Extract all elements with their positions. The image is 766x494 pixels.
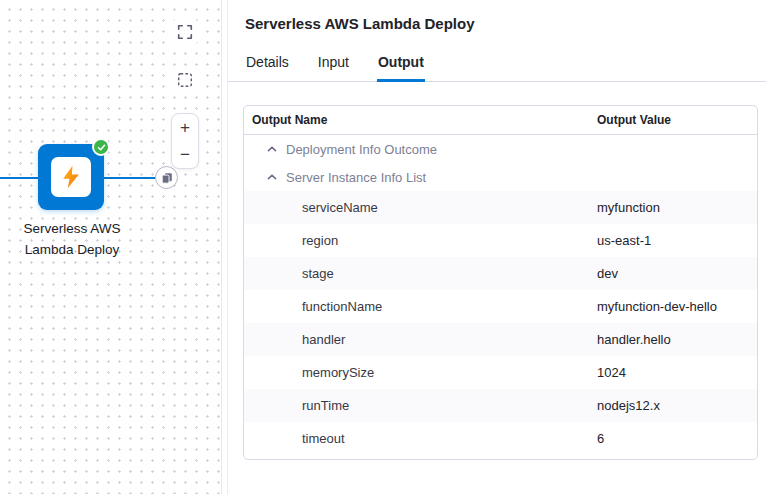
zoom-out-button[interactable]: − bbox=[172, 141, 198, 168]
column-header-output-value: Output Value bbox=[597, 113, 757, 127]
edge-line-right bbox=[104, 177, 156, 179]
table-row: timeout 6 bbox=[244, 422, 757, 455]
table-row: runTime nodejs12.x bbox=[244, 389, 757, 422]
chevron-up-icon[interactable] bbox=[266, 143, 278, 155]
tab-details[interactable]: Details bbox=[245, 54, 290, 82]
edge-line-left bbox=[0, 177, 38, 179]
group-label: Deployment Info Outcome bbox=[286, 142, 437, 157]
output-value-cell: 1024 bbox=[597, 365, 757, 380]
group-row-deployment-info-outcome[interactable]: Deployment Info Outcome bbox=[244, 135, 757, 163]
chevron-up-icon[interactable] bbox=[266, 171, 278, 183]
output-value-cell: myfunction-dev-hello bbox=[597, 299, 757, 314]
output-name-cell: memorySize bbox=[244, 365, 597, 380]
table-row: handler handler.hello bbox=[244, 323, 757, 356]
group-row-server-instance-info-list[interactable]: Server Instance Info List bbox=[244, 163, 757, 191]
zoom-in-button[interactable]: + bbox=[172, 114, 198, 141]
table-row: stage dev bbox=[244, 257, 757, 290]
output-name-cell: functionName bbox=[244, 299, 597, 314]
output-value-cell: myfunction bbox=[597, 200, 757, 215]
output-value-cell: 6 bbox=[597, 431, 757, 446]
output-name-cell: region bbox=[244, 233, 597, 248]
step-node-serverless-lambda-deploy[interactable] bbox=[38, 144, 104, 210]
column-header-output-name: Output Name bbox=[244, 113, 597, 127]
output-table: Output Name Output Value Deployment Info… bbox=[243, 105, 758, 460]
step-connector-node[interactable] bbox=[155, 166, 178, 189]
zoom-controls: + − bbox=[171, 113, 199, 169]
output-table-header: Output Name Output Value bbox=[244, 106, 757, 135]
table-row: functionName myfunction-dev-hello bbox=[244, 290, 757, 323]
output-value-cell: handler.hello bbox=[597, 332, 757, 347]
success-check-icon bbox=[92, 138, 110, 156]
app-root: Serverless AWS Lambda Deploy + − Serverl… bbox=[0, 0, 766, 494]
pipeline-canvas[interactable]: Serverless AWS Lambda Deploy + − bbox=[0, 0, 222, 494]
output-value-cell: us-east-1 bbox=[597, 233, 757, 248]
step-details-panel: Serverless AWS Lambda Deploy Details Inp… bbox=[228, 0, 766, 494]
tab-input[interactable]: Input bbox=[317, 54, 350, 82]
output-name-cell: timeout bbox=[244, 431, 597, 446]
tab-output[interactable]: Output bbox=[377, 54, 425, 82]
output-value-cell: dev bbox=[597, 266, 757, 281]
output-name-cell: stage bbox=[244, 266, 597, 281]
fullscreen-icon bbox=[176, 23, 194, 41]
table-row: memorySize 1024 bbox=[244, 356, 757, 389]
marquee-select-icon bbox=[176, 71, 194, 89]
table-row: region us-east-1 bbox=[244, 224, 757, 257]
panel-title: Serverless AWS Lambda Deploy bbox=[228, 0, 766, 32]
table-row: serviceName myfunction bbox=[244, 191, 757, 224]
output-value-cell: nodejs12.x bbox=[597, 398, 757, 413]
connector-file-icon bbox=[161, 172, 173, 184]
output-name-cell: runTime bbox=[244, 398, 597, 413]
panel-tabs: Details Input Output bbox=[228, 54, 766, 82]
output-name-cell: serviceName bbox=[244, 200, 597, 215]
marquee-select-button[interactable] bbox=[172, 67, 198, 93]
group-label: Server Instance Info List bbox=[286, 170, 426, 185]
output-name-cell: handler bbox=[244, 332, 597, 347]
lambda-bolt-icon bbox=[51, 157, 91, 197]
fullscreen-button[interactable] bbox=[172, 19, 198, 45]
step-node-label: Serverless AWS Lambda Deploy bbox=[8, 219, 136, 261]
